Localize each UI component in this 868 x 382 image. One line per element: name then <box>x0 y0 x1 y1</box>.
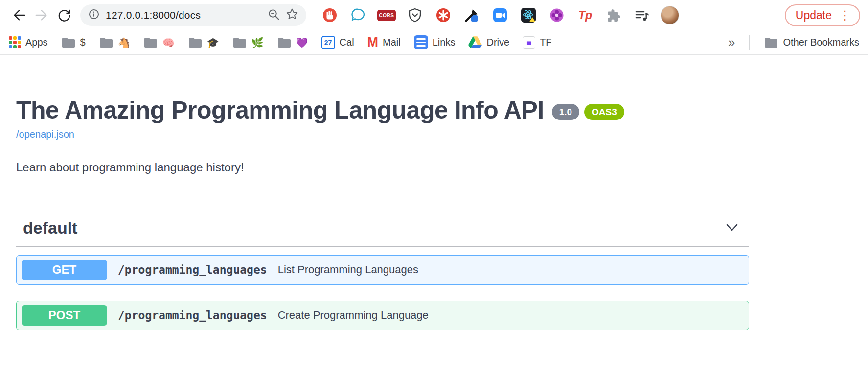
bookmark-label: Other Bookmarks <box>783 37 859 48</box>
bookmarks-bar: Apps $ 🐴 🧠 🎓 🌿 💜 27 Cal M Mail Links <box>0 30 868 55</box>
bookmark-label: 🧠 <box>162 37 175 48</box>
update-label: Update <box>796 9 832 22</box>
folder-icon <box>764 37 778 48</box>
bookmarks-separator <box>749 35 750 50</box>
endpoint-summary: List Programming Languages <box>278 263 418 276</box>
bookmark-links[interactable]: Links <box>414 35 456 49</box>
folder-icon <box>188 37 203 48</box>
default-section: default GET /programming_languages List … <box>16 214 749 330</box>
purple-flower-icon[interactable] <box>549 7 565 23</box>
bookmark-tf[interactable]: ≣ TF <box>523 36 551 49</box>
folder-icon <box>143 37 158 48</box>
react-devtools-icon[interactable] <box>521 7 536 23</box>
bookmark-label: 💜 <box>296 37 308 48</box>
zoom-out-icon[interactable] <box>268 8 280 23</box>
bookmark-folder-herb[interactable]: 🌿 <box>232 37 264 48</box>
site-info-icon[interactable] <box>88 8 100 22</box>
method-badge: GET <box>22 260 107 280</box>
bookmark-folder-heart[interactable]: 💜 <box>277 37 308 48</box>
bookmark-folder-grad[interactable]: 🎓 <box>188 37 219 48</box>
bookmark-label: TF <box>540 37 551 48</box>
method-badge: POST <box>22 305 107 326</box>
bookmark-label: $ <box>80 37 86 48</box>
bookmark-other-bookmarks[interactable]: Other Bookmarks <box>764 37 859 48</box>
chevron-down-icon[interactable] <box>725 220 739 237</box>
reload-icon[interactable] <box>53 4 75 26</box>
bookmark-folder-horse[interactable]: 🐴 <box>99 37 130 48</box>
forward-icon[interactable] <box>30 4 53 26</box>
bookmark-label: 🎓 <box>207 37 219 48</box>
bookmark-label: Apps <box>25 37 48 48</box>
privacy-shield-icon[interactable] <box>407 7 423 23</box>
chat-bubble-icon[interactable] <box>350 7 366 23</box>
overflow-chevron-icon[interactable]: » <box>728 35 735 50</box>
bookmark-folder-brain[interactable]: 🧠 <box>143 37 175 48</box>
bookmark-label: Mail <box>383 37 401 48</box>
api-title-row: The Amazing Programming Language Info AP… <box>16 97 868 124</box>
version-badge: 1.0 <box>552 104 579 120</box>
back-icon[interactable] <box>8 4 30 26</box>
cors-label: CORS <box>377 10 396 21</box>
bookmark-mail[interactable]: M Mail <box>367 36 401 49</box>
endpoint-post-programming-languages[interactable]: POST /programming_languages Create Progr… <box>16 301 749 330</box>
endpoint-path: /programming_languages <box>118 263 267 276</box>
bookmark-calendar[interactable]: 27 Cal <box>321 36 354 49</box>
color-picker-icon[interactable] <box>464 7 480 23</box>
bookmark-apps[interactable]: Apps <box>9 36 48 48</box>
bookmark-label: Drive <box>486 37 509 48</box>
browser-menu-icon[interactable]: ⋮ <box>839 9 851 22</box>
openapi-spec-link[interactable]: /openapi.json <box>16 129 74 140</box>
bookmark-label: 🐴 <box>118 37 130 48</box>
browser-toolbar: 127.0.0.1:8000/docs CORS <box>0 0 868 30</box>
folder-icon <box>99 37 114 48</box>
address-bar[interactable]: 127.0.0.1:8000/docs <box>80 4 306 26</box>
endpoint-get-programming-languages[interactable]: GET /programming_languages List Programm… <box>16 255 749 285</box>
bookmark-label: Cal <box>340 37 354 48</box>
links-icon <box>414 35 428 49</box>
tp-icon[interactable]: Tp <box>577 7 593 23</box>
section-header[interactable]: default <box>16 214 749 247</box>
stop-hand-icon[interactable] <box>322 7 338 23</box>
endpoint-summary: Create Programming Language <box>278 309 429 322</box>
puzzle-extensions-icon[interactable] <box>606 7 621 23</box>
url-text[interactable]: 127.0.0.1:8000/docs <box>106 9 262 21</box>
gmail-icon: M <box>367 36 379 49</box>
apps-grid-icon <box>9 36 21 48</box>
bookmark-star-icon[interactable] <box>286 8 298 23</box>
bookmark-drive[interactable]: Drive <box>468 36 509 48</box>
folder-icon <box>277 37 292 48</box>
folder-icon <box>61 37 76 48</box>
folder-icon <box>232 37 247 48</box>
tf-icon: ≣ <box>523 36 535 49</box>
calendar-icon: 27 <box>321 36 335 49</box>
page-title: The Amazing Programming Language Info AP… <box>16 97 544 124</box>
zoom-video-icon[interactable] <box>492 7 508 23</box>
oas3-badge: OAS3 <box>584 104 624 120</box>
cors-icon[interactable]: CORS <box>379 7 394 23</box>
update-button[interactable]: Update ⋮ <box>785 4 860 26</box>
profile-avatar[interactable] <box>661 6 679 24</box>
endpoint-path: /programming_languages <box>118 309 267 322</box>
bookmark-folder-dollar[interactable]: $ <box>61 37 86 48</box>
api-badges: 1.0 OAS3 <box>552 104 624 120</box>
api-description: Learn about programming language history… <box>16 161 868 174</box>
tp-label: Tp <box>578 9 592 22</box>
swagger-page: The Amazing Programming Language Info AP… <box>0 97 868 330</box>
section-title: default <box>23 218 77 238</box>
drive-icon <box>468 36 482 48</box>
music-queue-icon[interactable] <box>634 7 650 23</box>
extensions-row: CORS Tp <box>322 7 650 23</box>
calendar-day: 27 <box>324 39 332 47</box>
red-asterisk-icon[interactable] <box>435 7 451 23</box>
bookmark-label: 🌿 <box>251 37 264 48</box>
bookmark-label: Links <box>433 37 456 48</box>
